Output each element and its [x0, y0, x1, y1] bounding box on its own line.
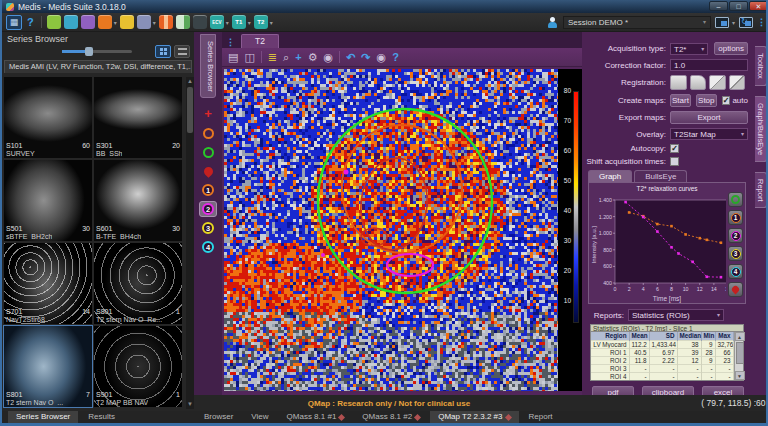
- tab-overflow-icon[interactable]: ⋮: [226, 37, 235, 47]
- tab-qmap-t2[interactable]: QMap T2 2.3.2 #3: [430, 411, 518, 423]
- roi-marker-dot[interactable]: [321, 253, 325, 257]
- zoom-icon[interactable]: ⌕: [283, 52, 289, 63]
- layers-icon[interactable]: ≣: [268, 52, 277, 63]
- reset-layout-icon[interactable]: [739, 17, 753, 28]
- help-icon[interactable]: ?: [392, 52, 399, 63]
- close-button[interactable]: ✕: [749, 1, 768, 11]
- grid-view-button[interactable]: [155, 45, 171, 58]
- tab-qmass-1[interactable]: QMass 8.1 #1: [279, 411, 353, 423]
- help-icon[interactable]: ?: [25, 16, 36, 28]
- t2-map-image[interactable]: [224, 69, 558, 391]
- blood-roi-button[interactable]: [199, 163, 217, 179]
- app-icon-qmass[interactable]: [98, 15, 112, 29]
- start-button[interactable]: Start: [670, 94, 691, 107]
- roi1-button[interactable]: 1: [199, 182, 217, 198]
- series-thumbnail[interactable]: S10160SURVEY: [4, 77, 92, 158]
- scroll-down-icon[interactable]: ▼: [735, 371, 745, 380]
- tab-qmass-2[interactable]: QMass 8.1 #2: [354, 411, 428, 423]
- tab-browser[interactable]: Browser: [196, 411, 241, 423]
- table-row[interactable]: ROI 211.82.2212923: [591, 356, 733, 364]
- endocardial-contour[interactable]: [334, 117, 471, 260]
- app-icon-gray[interactable]: [137, 15, 151, 29]
- reports-select[interactable]: Statistics (ROIs)▾: [628, 309, 724, 321]
- table-row[interactable]: ROI 4-----: [591, 372, 733, 380]
- series-thumbnail[interactable]: S50130sBTFE_BH2ch: [4, 160, 92, 241]
- scroll-up-icon[interactable]: ▲: [186, 77, 194, 86]
- series-thumbnail[interactable]: S30120BB_SSh: [94, 77, 182, 158]
- tab-t2[interactable]: T2: [241, 34, 279, 48]
- thumbnail-size-slider[interactable]: [62, 50, 132, 53]
- tab-graph[interactable]: Graph: [588, 170, 632, 182]
- undo-icon[interactable]: ↶: [346, 52, 355, 63]
- roi2-button[interactable]: 2: [199, 201, 217, 217]
- epi-graph-button[interactable]: [728, 192, 743, 207]
- scrollbar-thumb[interactable]: [736, 342, 744, 364]
- scroll-up-icon[interactable]: ▲: [735, 332, 745, 341]
- settings-icon[interactable]: ⚙: [308, 52, 318, 63]
- maximize-button[interactable]: □: [729, 1, 748, 11]
- series-thumbnail[interactable]: S8011T2 stern Nav O_Re...: [94, 243, 182, 324]
- redo-icon[interactable]: ↷: [361, 52, 370, 63]
- overlay-select[interactable]: T2Star Map▾: [670, 128, 748, 140]
- minimize-button[interactable]: –: [709, 1, 728, 11]
- session-selector[interactable]: Session DEMO * ▾: [563, 16, 711, 29]
- series-thumbnail[interactable]: S9011T2 MAP BB NAV: [94, 326, 182, 407]
- endo-contour-button[interactable]: [199, 125, 217, 141]
- table-scrollbar[interactable]: ▲ ▼: [734, 332, 744, 380]
- export-button[interactable]: Export: [670, 111, 748, 124]
- add-contour-button[interactable]: +: [199, 106, 217, 122]
- tab-report-bottom[interactable]: Report: [521, 411, 561, 423]
- series-thumbnail-selected[interactable]: S8017T2 stern Nav O_...: [4, 326, 92, 407]
- tab-graph-bullseye[interactable]: Graph/BullsEye: [755, 96, 767, 162]
- scroll-down-icon[interactable]: ▼: [186, 400, 194, 409]
- app-icon-ecv[interactable]: ECV: [210, 15, 224, 29]
- tab-series-browser[interactable]: Series Browser: [8, 411, 78, 423]
- roi1-graph-button[interactable]: 1: [728, 210, 743, 225]
- registration-deform-button[interactable]: [729, 75, 746, 90]
- app-icon-green-stripe[interactable]: [176, 15, 190, 29]
- roi2-contour[interactable]: [387, 254, 433, 276]
- blood-graph-button[interactable]: [728, 282, 743, 297]
- app-icon-teal[interactable]: [64, 15, 78, 29]
- layout-monitor-icon[interactable]: [715, 17, 729, 28]
- save-icon[interactable]: ◫: [244, 52, 254, 63]
- stop-button[interactable]: Stop: [696, 94, 717, 107]
- auto-checkbox[interactable]: ✓: [722, 96, 731, 105]
- app-icon-orange-stripe[interactable]: [159, 15, 173, 29]
- pin-icon[interactable]: [504, 413, 511, 420]
- layout-icon[interactable]: ▦: [6, 15, 22, 30]
- series-thumbnail[interactable]: S70114NavT2Stir68: [4, 243, 92, 324]
- autocopy-checkbox[interactable]: ✓: [670, 144, 679, 153]
- snapshot-icon[interactable]: ◉: [324, 52, 334, 63]
- tab-results[interactable]: Results: [80, 411, 123, 423]
- slider-handle[interactable]: [85, 47, 93, 56]
- table-row[interactable]: ROI 3-----: [591, 364, 733, 372]
- open-study-icon[interactable]: ▤: [228, 52, 238, 63]
- roi4-button[interactable]: 4: [199, 239, 217, 255]
- roi3-graph-button[interactable]: 3: [728, 246, 743, 261]
- roi2-graph-button[interactable]: 2: [728, 228, 743, 243]
- correction-factor-input[interactable]: 1.0: [670, 59, 748, 71]
- series-browser-side-tab[interactable]: Series Browser: [200, 34, 216, 98]
- tab-view[interactable]: View: [243, 411, 276, 423]
- thumbnail-scrollbar[interactable]: ▲ ▼: [186, 77, 194, 409]
- epi-contour-button[interactable]: [199, 144, 217, 160]
- camera-icon[interactable]: ◉: [377, 52, 387, 63]
- tab-bullseye[interactable]: BullsEye: [634, 170, 687, 182]
- app-icon-t1[interactable]: T1: [232, 15, 246, 29]
- chevron-down-icon[interactable]: ▾: [226, 19, 229, 26]
- series-thumbnail[interactable]: S60130B-TFE_BH4ch: [94, 160, 182, 241]
- chevron-down-icon[interactable]: ▾: [270, 19, 273, 26]
- chevron-down-icon[interactable]: ▾: [248, 19, 251, 26]
- app-icon-green[interactable]: [47, 15, 61, 29]
- study-group-tab[interactable]: Medis AMI (LV, RV Function, T2w, DSI, di…: [4, 60, 192, 73]
- chevron-down-icon[interactable]: ▾: [153, 19, 156, 26]
- shift-checkbox[interactable]: [670, 157, 679, 166]
- roi4-graph-button[interactable]: 4: [728, 264, 743, 279]
- options-button[interactable]: options: [714, 42, 748, 55]
- pin-icon[interactable]: [414, 413, 421, 420]
- app-icon-purple[interactable]: [81, 15, 95, 29]
- epicardial-contour[interactable]: [310, 102, 499, 300]
- scrollbar-thumb[interactable]: [187, 87, 193, 133]
- table-row[interactable]: ROI 140.56.97392866: [591, 348, 733, 356]
